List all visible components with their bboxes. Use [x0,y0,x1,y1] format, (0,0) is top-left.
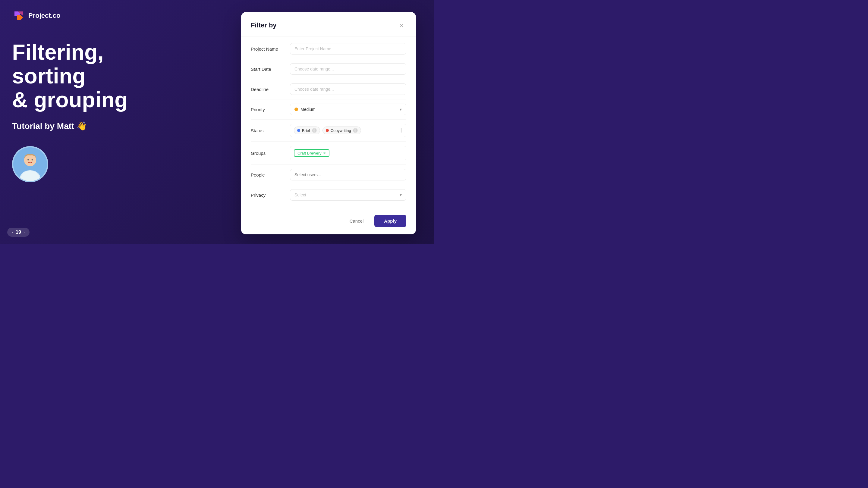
privacy-row: Privacy Select ▾ [251,185,406,205]
priority-select[interactable]: Medium ▾ [290,104,406,115]
status-label: Status [251,128,284,133]
modal-footer: Cancel Apply [241,210,416,234]
page-badge: ‹ 19 › [7,228,30,237]
avatar-person-icon [13,147,47,181]
status-row: Status Brief ⓘ Copywriting ⓘ ▎ [251,120,406,141]
apply-button[interactable]: Apply [374,215,406,227]
main-title: Filtering, sorting & grouping [12,40,175,112]
brief-dot-icon [297,129,300,132]
start-date-input[interactable] [290,63,406,75]
logo-text: Project.co [28,12,60,20]
start-date-label: Start Date [251,67,284,72]
status-container[interactable]: Brief ⓘ Copywriting ⓘ ▎ [290,124,406,137]
privacy-placeholder: Select [294,193,306,197]
privacy-select[interactable]: Select ▾ [290,189,406,201]
remove-copywriting-button[interactable]: ⓘ [353,128,358,133]
groups-container[interactable]: Craft Brewery × [290,146,406,160]
priority-dot-orange [294,107,298,111]
subtitle: Tutorial by Matt 👋 [12,121,175,131]
status-tag-copywriting: Copywriting ⓘ [322,127,361,134]
modal-title: Filter by [251,22,277,29]
filter-modal: Filter by × Project Name Start Date Dead… [241,12,416,234]
priority-row: Priority Medium ▾ [251,99,406,120]
avatar-area [12,146,175,182]
modal-close-button[interactable]: × [397,21,406,30]
copywriting-dot-icon [326,129,329,132]
project-name-label: Project Name [251,46,284,52]
project-name-input[interactable] [290,43,406,55]
status-brief-label: Brief [302,128,310,133]
privacy-chevron-icon: ▾ [400,193,402,197]
logo-icon [12,9,25,22]
group-tag-craft-brewery: Craft Brewery × [294,149,330,157]
project-name-row: Project Name [251,39,406,59]
next-arrow-icon: › [24,230,25,234]
deadline-label: Deadline [251,87,284,92]
scroll-indicator-icon: ▎ [401,128,404,133]
prev-arrow-icon: ‹ [12,230,13,234]
logo-area: Project.co [12,9,175,22]
remove-brief-button[interactable]: ⓘ [312,128,317,133]
group-tag-label: Craft Brewery [298,151,321,156]
cancel-button[interactable]: Cancel [342,215,371,227]
people-input[interactable] [290,169,406,181]
groups-row: Groups Craft Brewery × [251,141,406,165]
deadline-input[interactable] [290,84,406,95]
people-row: People [251,165,406,185]
people-label: People [251,172,284,177]
priority-label: Priority [251,107,284,112]
status-copywriting-label: Copywriting [331,128,351,133]
svg-point-3 [27,159,29,160]
deadline-row: Deadline [251,79,406,99]
page-number: 19 [16,230,21,235]
remove-group-button[interactable]: × [323,151,326,156]
start-date-row: Start Date [251,59,406,79]
left-panel: Project.co Filtering, sorting & grouping… [0,0,187,244]
groups-label: Groups [251,151,284,156]
modal-header: Filter by × [241,12,416,36]
svg-point-4 [31,159,33,160]
priority-value: Medium [301,107,315,112]
modal-body: Project Name Start Date Deadline Priorit… [241,36,416,210]
priority-chevron-icon: ▾ [400,107,402,112]
avatar [12,146,48,182]
privacy-label: Privacy [251,193,284,198]
status-tag-brief: Brief ⓘ [294,127,320,134]
